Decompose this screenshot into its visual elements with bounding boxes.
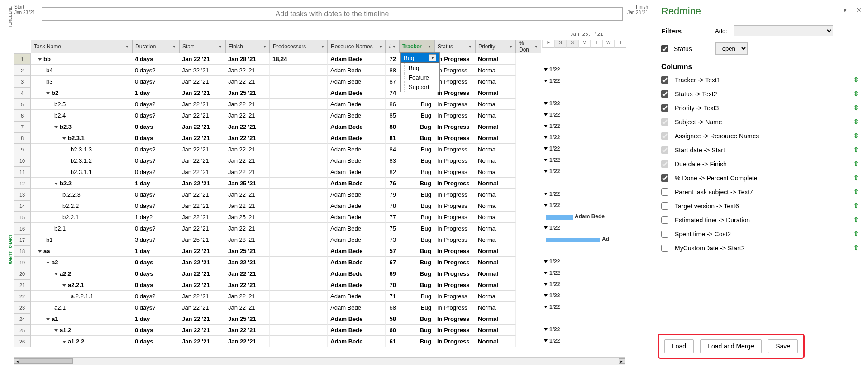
cell-finish[interactable]: Jan 22 '21 [225,257,270,268]
column-checkbox[interactable] [661,231,668,238]
column-checkbox[interactable] [661,174,668,182]
drag-handle-icon[interactable]: ⇕ [853,188,859,196]
cell-duration[interactable]: 1 day [132,313,179,325]
cell-num[interactable]: 70 [386,279,399,291]
cell-task_name[interactable]: a1.2.2 [31,336,132,347]
row-number[interactable]: 2 [14,65,31,76]
cell-duration[interactable]: 0 days? [132,291,179,302]
cell-predecessors[interactable] [270,155,328,166]
cell-predecessors[interactable] [270,223,328,234]
cell-finish[interactable]: Jan 25 '21 [225,178,270,189]
cell-start[interactable]: Jan 22 '21 [179,144,225,155]
cell-num[interactable]: 73 [386,234,399,245]
cell-predecessors[interactable] [270,336,328,347]
cell-resource_names[interactable]: Adam Bede [328,212,386,223]
cell-tracker[interactable]: Bug [399,325,434,336]
gantt-milestone-icon[interactable] [544,193,548,195]
cell-duration[interactable]: 0 days? [132,189,179,200]
cell-resource_names[interactable]: Adam Bede [328,178,386,189]
cell-start[interactable]: Jan 25 '21 [179,234,225,245]
cell-num[interactable]: 83 [386,155,399,166]
cell-tracker[interactable]: Bug [399,212,434,223]
cell-priority[interactable]: Normal [475,132,516,144]
gantt-milestone-icon[interactable] [544,226,548,229]
chevron-down-icon[interactable]: ▼ [428,45,431,49]
cell-priority[interactable]: Normal [475,144,516,155]
row-number[interactable]: 26 [14,336,31,347]
add-filter-select[interactable] [734,25,833,36]
column-header-priority[interactable]: Priority▼ [475,40,516,53]
drag-handle-icon[interactable]: ⇕ [853,104,859,112]
row-number[interactable]: 12 [14,178,31,189]
cell-start[interactable]: Jan 22 '21 [179,313,225,325]
column-checkbox[interactable] [661,76,668,84]
cell-duration[interactable]: 0 days [132,132,179,144]
cell-start[interactable]: Jan 22 '21 [179,189,225,200]
gantt-milestone-icon[interactable] [544,102,548,105]
column-header-task_name[interactable]: Task Name▼ [31,40,132,53]
cell-resource_names[interactable]: Adam Bede [328,245,386,257]
drag-handle-icon[interactable]: ⇕ [853,89,859,98]
cell-predecessors[interactable] [270,178,328,189]
expand-caret-icon[interactable] [54,183,58,185]
row-number[interactable]: 14 [14,200,31,212]
cell-tracker[interactable]: Bug [399,121,434,132]
cell-tracker[interactable]: Bug [399,110,434,121]
cell-duration[interactable]: 0 days [132,121,179,132]
cell-task_name[interactable]: b2.3.1 [31,132,132,144]
cell-start[interactable]: Jan 22 '21 [179,99,225,110]
cell-resource_names[interactable]: Adam Bede [328,313,386,325]
cell-tracker[interactable]: Bug [399,279,434,291]
cell-task_name[interactable]: b2.2.1 [31,212,132,223]
column-header-tracker[interactable]: Tracker▼ [399,40,434,53]
column-checkbox[interactable] [661,104,668,112]
cell-num[interactable]: 79 [386,189,399,200]
cell-finish[interactable]: Jan 28 '21 [225,234,270,245]
cell-start[interactable]: Jan 22 '21 [179,291,225,302]
cell-resource_names[interactable]: Adam Bede [328,200,386,212]
gantt-milestone-icon[interactable] [544,328,548,331]
cell-resource_names[interactable]: Adam Bede [328,144,386,155]
drag-handle-icon[interactable]: ⇕ [853,202,859,210]
cell-task_name[interactable]: b2.3.1.3 [31,144,132,155]
cell-start[interactable]: Jan 22 '21 [179,132,225,144]
cell-status[interactable]: In Progress [434,99,475,110]
cell-finish[interactable]: Jan 22 '21 [225,99,270,110]
cell-predecessors[interactable] [270,87,328,99]
cell-task_name[interactable]: b2.4 [31,110,132,121]
cell-status[interactable]: In Progress [434,87,475,99]
cell-duration[interactable]: 1 day [132,245,179,257]
row-number[interactable]: 24 [14,313,31,325]
cell-finish[interactable]: Jan 22 '21 [225,189,270,200]
row-number[interactable]: 7 [14,121,31,132]
cell-duration[interactable]: 0 days [132,336,179,347]
gantt-milestone-icon[interactable] [544,80,548,82]
expand-caret-icon[interactable] [62,284,66,287]
cell-start[interactable]: Jan 22 '21 [179,279,225,291]
cell-priority[interactable]: Normal [475,212,516,223]
timeline-input[interactable]: Add tasks with dates to the timeline [42,7,623,21]
cell-task_name[interactable]: bb [31,53,132,65]
row-number[interactable]: 20 [14,268,31,279]
gantt-milestone-icon[interactable] [544,113,548,116]
pane-close-icon[interactable]: ✕ [856,6,862,14]
cell-task_name[interactable]: b.2.2.3 [31,189,132,200]
cell-predecessors[interactable] [270,166,328,178]
gantt-milestone-icon[interactable] [544,283,548,286]
save-button[interactable]: Save [768,339,798,353]
cell-resource_names[interactable]: Adam Bede [328,166,386,178]
cell-predecessors[interactable] [270,245,328,257]
cell-resource_names[interactable]: Adam Bede [328,234,386,245]
gantt-milestone-icon[interactable] [544,170,548,173]
cell-tracker[interactable]: Bug [399,155,434,166]
cell-status[interactable]: In Progress [434,279,475,291]
cell-predecessors[interactable] [270,65,328,76]
column-header-pct_done[interactable]: % Don▼ [516,40,541,53]
chevron-down-icon[interactable]: ▼ [321,45,324,49]
cell-predecessors[interactable] [270,302,328,313]
tracker-option[interactable]: Support [404,82,439,92]
cell-task_name[interactable]: a1.2 [31,325,132,336]
cell-predecessors[interactable] [270,189,328,200]
cell-status[interactable]: In Progress [434,76,475,87]
cell-start[interactable]: Jan 22 '21 [179,110,225,121]
